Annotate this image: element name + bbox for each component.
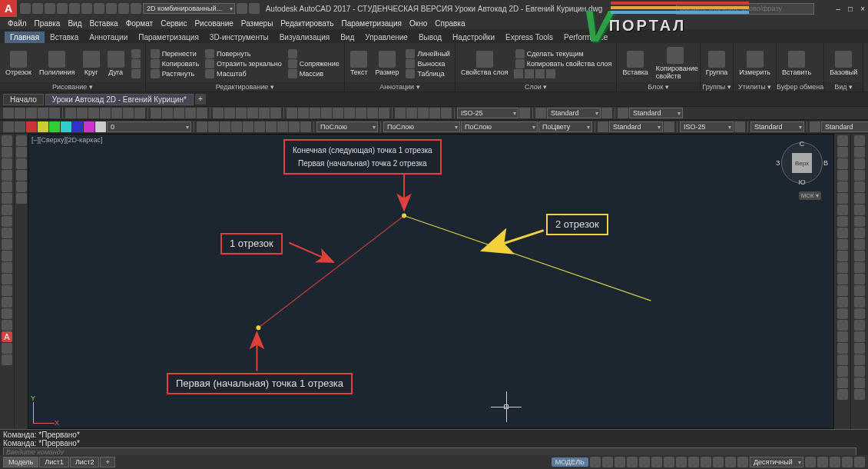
menu-item[interactable]: Редактировать (277, 19, 336, 28)
line-button[interactable]: Отрезок (3, 49, 34, 78)
status-icon[interactable] (627, 457, 638, 467)
ribbon-tab-home[interactable]: Главная (5, 32, 45, 43)
layer-icon[interactable] (546, 69, 555, 78)
palette-icon[interactable] (2, 343, 12, 354)
tb-icon[interactable] (441, 108, 452, 118)
tb-icon[interactable] (310, 108, 320, 118)
text-button[interactable]: Текст (348, 49, 370, 78)
palette-icon[interactable] (2, 285, 12, 296)
palette-icon[interactable] (837, 331, 848, 342)
palette-icon[interactable] (837, 308, 848, 319)
palette-icon[interactable] (854, 147, 865, 158)
menu-item[interactable]: Правка (31, 19, 64, 28)
palette-icon[interactable] (2, 205, 12, 215)
text-a-icon[interactable]: A (2, 331, 12, 342)
layout-tab[interactable]: Лист2 (70, 457, 100, 467)
tb-icon[interactable] (333, 108, 343, 118)
palette-icon[interactable] (837, 262, 848, 273)
draw-small[interactable] (130, 49, 142, 58)
palette-icon[interactable] (837, 205, 848, 215)
tb-icon[interactable] (356, 108, 366, 118)
tb-icon[interactable] (15, 108, 25, 118)
layer-props-button[interactable]: Свойства слоя (459, 49, 511, 78)
tb-icon[interactable] (77, 108, 88, 118)
draw-small[interactable] (130, 59, 142, 68)
ribbon-tab[interactable]: Параметризация (133, 32, 204, 43)
palette-icon[interactable] (854, 343, 865, 354)
doc-tab-start[interactable]: Начало (3, 94, 44, 105)
menu-item[interactable]: Вставка (86, 19, 121, 28)
tb-icon[interactable] (664, 121, 674, 132)
layer-dropdown[interactable]: 0 (107, 121, 191, 132)
palette-icon[interactable] (837, 158, 848, 169)
tb-icon[interactable] (601, 108, 612, 118)
color-magenta[interactable] (84, 121, 94, 132)
tb-icon[interactable] (151, 108, 161, 118)
palette-icon[interactable] (854, 354, 865, 365)
tb-icon[interactable] (535, 108, 546, 118)
palette-icon[interactable] (2, 320, 12, 331)
palette-icon[interactable] (837, 320, 848, 331)
qat-icon[interactable] (249, 3, 260, 14)
qat-icon[interactable] (81, 3, 92, 14)
tb-icon[interactable] (3, 121, 14, 132)
add-layout-button[interactable]: + (100, 457, 114, 467)
palette-icon[interactable] (2, 181, 12, 192)
palette-icon[interactable] (2, 158, 12, 169)
draw-small[interactable] (130, 69, 142, 78)
drawing-canvas[interactable]: [–][Сверху][2D-каркас] YX С Ю В З Верх М… (28, 134, 834, 429)
tb-icon[interactable] (65, 108, 76, 118)
palette-icon[interactable] (854, 228, 865, 238)
style-dropdown[interactable]: Standard (547, 108, 601, 118)
tb-icon[interactable] (277, 121, 288, 132)
palette-icon[interactable] (854, 158, 865, 169)
layer-icon[interactable] (535, 69, 545, 78)
tb-icon[interactable] (300, 121, 311, 132)
status-icon[interactable] (701, 457, 711, 467)
palette-icon[interactable] (854, 193, 865, 204)
style-dropdown[interactable]: Standard (821, 121, 868, 132)
style-dropdown[interactable]: Standard (629, 108, 683, 118)
stretch-button[interactable]: Растянуть (149, 69, 200, 78)
palette-icon[interactable] (854, 297, 865, 308)
linetype-dropdown[interactable]: ПоСлою (383, 121, 460, 132)
tb-icon[interactable] (197, 121, 207, 132)
status-icon[interactable] (854, 457, 865, 467)
fillet-button[interactable]: Сопряжение (287, 59, 341, 68)
scale-button[interactable]: Масштаб (204, 69, 283, 78)
palette-icon[interactable] (2, 274, 12, 284)
qat-icon[interactable] (20, 3, 31, 14)
ribbon-tab[interactable]: Вставка (45, 32, 84, 43)
palette-icon[interactable] (854, 320, 865, 331)
palette-icon[interactable] (854, 308, 865, 319)
ribbon-tab[interactable]: Надстройки (447, 32, 500, 43)
menu-item[interactable]: Параметризация (338, 19, 405, 28)
palette-icon[interactable] (854, 216, 865, 227)
palette-icon[interactable] (837, 193, 848, 204)
palette-icon[interactable] (854, 389, 865, 400)
plotstyle-dropdown[interactable]: ПоЦвету (538, 121, 592, 132)
status-icon[interactable] (602, 457, 613, 467)
panel-label[interactable]: Блок ▾ (617, 82, 699, 91)
palette-icon[interactable] (2, 228, 12, 238)
lineweight-dropdown[interactable]: ПоСлою (461, 121, 538, 132)
color-green[interactable] (49, 121, 60, 132)
app-logo[interactable]: A (0, 0, 17, 17)
palette-icon[interactable] (2, 170, 12, 181)
panel-label[interactable]: Утилиты ▾ (734, 82, 776, 91)
panel-label[interactable]: Слои ▾ (456, 82, 616, 91)
table-button[interactable]: Таблица (404, 69, 451, 78)
tb-icon[interactable] (344, 108, 355, 118)
linear-button[interactable]: Линейный (404, 49, 451, 58)
status-icon[interactable] (676, 457, 687, 467)
tb-icon[interactable] (287, 108, 297, 118)
ribbon-tab[interactable]: Визуализация (274, 32, 335, 43)
palette-icon[interactable] (837, 181, 848, 192)
tb-icon[interactable] (26, 108, 37, 118)
move-button[interactable]: Перенести (149, 49, 200, 58)
trim-button[interactable] (287, 49, 341, 58)
ribbon-tab[interactable]: 3D-инструменты (204, 32, 274, 43)
color-white[interactable] (95, 121, 106, 132)
palette-icon[interactable] (2, 262, 12, 273)
palette-icon[interactable] (854, 251, 865, 261)
